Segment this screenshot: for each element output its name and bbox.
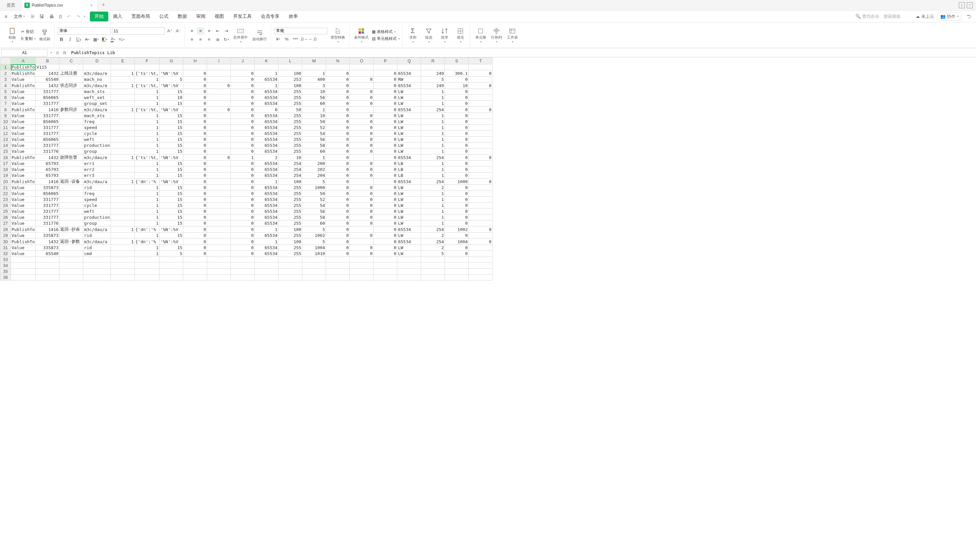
cell[interactable]: err3 xyxy=(83,173,110,178)
cell[interactable]: 254 xyxy=(421,238,445,245)
cell[interactable]: 0 xyxy=(231,233,255,238)
fill-button[interactable]: 填充▾ xyxy=(453,27,467,44)
cell[interactable]: 0 xyxy=(326,215,350,220)
cell[interactable] xyxy=(183,263,207,268)
cell[interactable]: Value xyxy=(11,148,36,155)
col-header-O[interactable]: O xyxy=(350,58,374,64)
cell[interactable]: 0 xyxy=(326,161,350,167)
cell[interactable]: 0 xyxy=(374,101,397,107)
cell[interactable]: 0 xyxy=(231,101,255,107)
cell[interactable]: 1 xyxy=(134,191,159,197)
cell[interactable] xyxy=(110,245,134,251)
cell[interactable]: 65534 xyxy=(255,77,278,82)
cell[interactable]: 254 xyxy=(421,178,445,185)
cell[interactable]: LW xyxy=(397,215,421,220)
cell[interactable] xyxy=(469,77,493,82)
cell[interactable]: 65540 xyxy=(36,77,59,82)
cell[interactable]: 0 xyxy=(183,143,207,148)
menu-tab-2[interactable]: 页面布局 xyxy=(127,12,155,22)
cell[interactable]: 1 xyxy=(231,155,255,161)
worksheet-button[interactable]: 工作表▾ xyxy=(505,27,519,44)
cell[interactable]: Value xyxy=(11,191,36,197)
cell[interactable] xyxy=(83,268,110,275)
cell[interactable]: 331777 xyxy=(36,113,59,119)
cell[interactable]: 0 xyxy=(326,185,350,191)
cell[interactable] xyxy=(160,263,183,268)
align-justify-icon[interactable]: ≣ xyxy=(214,36,221,43)
cell[interactable]: LW xyxy=(397,113,421,119)
cell[interactable] xyxy=(207,185,231,191)
cell[interactable]: 0 xyxy=(183,251,207,257)
save-icon[interactable]: 🖫 xyxy=(37,13,46,20)
cell[interactable] xyxy=(374,275,397,280)
row-header[interactable]: 4 xyxy=(0,82,11,89)
cell[interactable]: 0 xyxy=(183,82,207,89)
cell[interactable]: Value xyxy=(11,197,36,203)
cell[interactable]: PublishTo xyxy=(11,82,36,89)
cell[interactable]: 0 xyxy=(374,107,397,113)
cell[interactable] xyxy=(469,251,493,257)
cell[interactable]: 1 xyxy=(134,245,159,251)
cell[interactable]: 1 xyxy=(134,161,159,167)
cell[interactable]: 0 xyxy=(374,167,397,173)
cell[interactable] xyxy=(110,251,134,257)
col-header-T[interactable]: T xyxy=(469,58,493,64)
cell[interactable] xyxy=(445,64,469,70)
cell[interactable]: 15 xyxy=(160,101,183,107)
cell[interactable]: 331777 xyxy=(36,101,59,107)
cell[interactable]: 0 xyxy=(469,238,493,245)
cell[interactable]: 1 xyxy=(134,119,159,125)
cell[interactable]: 0 xyxy=(374,215,397,220)
cell[interactable] xyxy=(134,268,159,275)
cell[interactable]: 0 xyxy=(326,82,350,89)
cell[interactable]: '%N':%V xyxy=(160,155,183,161)
cell[interactable]: 400 xyxy=(302,77,326,82)
cell[interactable]: 331777 xyxy=(36,131,59,137)
cell[interactable]: 0 xyxy=(231,131,255,137)
cell[interactable]: 15 xyxy=(160,161,183,167)
cell[interactable]: 0 xyxy=(445,95,469,101)
cell[interactable]: rid xyxy=(83,245,110,251)
cell[interactable]: 0 xyxy=(183,215,207,220)
cell[interactable] xyxy=(59,137,83,143)
cell[interactable]: 1 xyxy=(421,161,445,167)
cell[interactable]: 1 xyxy=(255,178,278,185)
cell[interactable]: 5 xyxy=(421,251,445,257)
cell[interactable] xyxy=(231,275,255,280)
cell[interactable]: 255 xyxy=(278,220,302,227)
cell[interactable] xyxy=(36,268,59,275)
cell[interactable]: 255 xyxy=(278,245,302,251)
cell[interactable]: 1 xyxy=(134,203,159,208)
cell[interactable] xyxy=(207,148,231,155)
cell[interactable] xyxy=(421,263,445,268)
cell[interactable]: 0 xyxy=(469,82,493,89)
cell[interactable]: 65534 xyxy=(255,161,278,167)
row-header[interactable]: 1 xyxy=(0,64,11,70)
cell[interactable]: 15 xyxy=(160,125,183,131)
cell[interactable] xyxy=(326,263,350,268)
filter-button[interactable]: 筛选▾ xyxy=(422,27,436,44)
cell[interactable]: 1432 xyxy=(36,155,59,161)
cell[interactable] xyxy=(59,233,83,238)
cell[interactable]: 1432 xyxy=(36,238,59,245)
cell[interactable]: 1 xyxy=(421,113,445,119)
col-header-K[interactable]: K xyxy=(255,58,278,64)
cell[interactable]: 0 xyxy=(469,70,493,77)
cell[interactable] xyxy=(207,131,231,137)
cell[interactable]: {'ts':%t, xyxy=(134,82,159,89)
cell[interactable]: 0 xyxy=(350,119,374,125)
cell[interactable] xyxy=(207,220,231,227)
cell[interactable] xyxy=(110,167,134,173)
cell[interactable]: 0 xyxy=(374,155,397,161)
cell[interactable]: Value xyxy=(11,143,36,148)
cell[interactable] xyxy=(207,197,231,203)
cell[interactable]: 1 xyxy=(421,191,445,197)
col-header-C[interactable]: C xyxy=(59,58,83,64)
cell[interactable]: 0 xyxy=(326,167,350,173)
cell[interactable]: 1000 xyxy=(302,185,326,191)
row-header[interactable]: 10 xyxy=(0,119,11,125)
fx-zoom-icon[interactable]: ⊖ xyxy=(55,50,60,55)
cell[interactable]: 1002 xyxy=(302,233,326,238)
cell[interactable]: 1 xyxy=(110,70,134,77)
cell[interactable] xyxy=(207,251,231,257)
